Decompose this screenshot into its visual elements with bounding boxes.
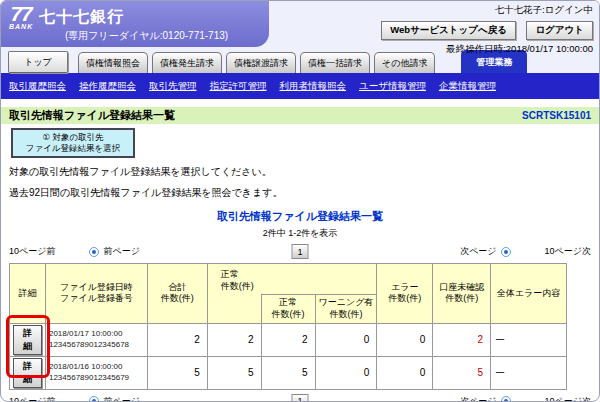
subnav-kigyo-joho-kanri[interactable]: 企業情報管理 [439,80,496,93]
login-status: 七十七花子:ログイン中 [375,4,593,17]
normal-count-row2: 5 [207,356,261,389]
overall-error-row1: ー [491,323,567,356]
subnav-riyosha-joho-shokai[interactable]: 利用者情報照会 [280,80,347,93]
detail-button-row2[interactable]: 詳細 [13,358,42,388]
freephone-number: (専用フリーダイヤル:0120-771-713) [65,29,261,43]
table-row: 詳細 2018/01/16 10:00:00 12345678901234567… [10,356,567,389]
prev-10-pages[interactable]: 10ページ前 [9,395,55,402]
tab-saiken-ikkatsu-seikyu[interactable]: 債権一括請求 [300,52,370,73]
web-service-top-button[interactable]: Webサービストップへ戻る [381,21,516,40]
subnav-sosa-rireki[interactable]: 操作履歴照会 [79,80,136,93]
tab-saiken-hassei-seikyu[interactable]: 債権発生請求 [152,52,222,73]
tab-saiken-joho-shokai[interactable]: 債権情報照会 [78,52,148,73]
page-title: 取引先情報ファイル登録結果一覧 [9,108,175,123]
instruction-period: 過去92日間の取引先情報ファイル登録結果を照会できます。 [9,186,599,200]
col-header-unconfirmed: 口座未確認 件数(件) [433,264,491,324]
next-page-icon[interactable] [501,247,511,257]
bank-name: 七十七銀行 [39,7,124,28]
subnav-torihiki-rireki[interactable]: 取引履歴照会 [9,80,66,93]
file-date-number-row2: 2018/01/16 10:00:00 123456789012345679 [45,356,147,389]
subnav-bar: 取引履歴照会 操作履歴照会 取引先管理 指定許可管理 利用者情報照会 ユーザ情報… [1,73,599,99]
pager-top: 10ページ前 前ページ 1 次ページ 10ページ次 [9,243,591,260]
total-count-row1: 2 [147,323,207,356]
page-title-band: 取引先情報ファイル登録結果一覧 SCRTSK15101 [1,107,599,124]
last-operation-time: 最終操作日時:2018/01/17 10:00:00 [375,43,593,56]
col-header-error: エラー 件数(件) [377,264,433,324]
col-header-normal-group: 正常 件数(件) [207,264,377,295]
results-table: 詳細 ファイル登録日時 ファイル登録番号 合計 件数(件) 正常 件数(件) エ… [9,263,567,390]
normal-ok-count-row2: 5 [261,356,315,389]
spacer [1,99,599,107]
prev-page-icon[interactable] [89,396,99,402]
step-indicator: ① 対象の取引先 ファイル登録結果を選択 [11,128,135,158]
unconfirmed-count-row1: 2 [433,323,491,356]
pager-bottom: 10ページ前 前ページ 1 次ページ 10ページ次 [9,393,591,402]
screen-code: SCRTSK15101 [522,110,591,121]
next-page-icon[interactable] [501,396,511,402]
normal-ok-count-row1: 2 [261,323,315,356]
error-count-row1: 0 [377,323,433,356]
table-row: 詳細 2018/01/17 10:00:00 12345678901234567… [10,323,567,356]
list-section-title: 取引先情報ファイル登録結果一覧 [1,209,599,224]
prev-page[interactable]: 前ページ [103,395,139,402]
next-page[interactable]: 次ページ [460,395,496,402]
bank-logo: 77 BANK 七十七銀行 (専用フリーダイヤル:0120-771-713) [1,1,269,47]
results-table-wrap: 詳細 ファイル登録日時 ファイル登録番号 合計 件数(件) 正常 件数(件) エ… [9,263,571,390]
subnav-user-joho-kanri[interactable]: ユーザ情報管理 [359,80,426,93]
col-header-total: 合計 件数(件) [147,264,207,324]
total-count-row2: 5 [147,356,207,389]
error-count-row2: 0 [377,356,433,389]
subnav-shitei-kyoka-kanri[interactable]: 指定許可管理 [210,80,267,93]
col-header-detail: 詳細 [10,264,46,324]
detail-button-row1[interactable]: 詳細 [13,325,42,355]
col-header-normal-sub: 正常 件数(件) [261,295,315,323]
prev-page[interactable]: 前ページ [103,245,139,258]
result-count: 2件中 1-2件を表示 [1,227,599,240]
top-bar: 77 BANK 七十七銀行 (専用フリーダイヤル:0120-771-713) 七… [1,1,599,47]
app-window: 77 BANK 七十七銀行 (専用フリーダイヤル:0120-771-713) 七… [0,0,600,402]
tab-saiken-joto-seikyu[interactable]: 債権譲渡請求 [226,52,296,73]
warning-count-row2: 0 [315,356,377,389]
unconfirmed-count-row2: 5 [433,356,491,389]
page-number-button[interactable]: 1 [292,244,309,259]
normal-count-row1: 2 [207,323,261,356]
page-number-button[interactable]: 1 [292,394,309,402]
prev-10-pages[interactable]: 10ページ前 [9,245,55,258]
prev-page-icon[interactable] [89,247,99,257]
next-10-pages[interactable]: 10ページ次 [545,245,591,258]
logout-button[interactable]: ログアウト [526,21,593,40]
overall-error-row2: ー [491,356,567,389]
file-date-number-row1: 2018/01/17 10:00:00 123456789012345678 [45,323,147,356]
col-header-file-date: ファイル登録日時 ファイル登録番号 [45,264,147,324]
warning-count-row1: 0 [315,323,377,356]
instruction-select: 対象の取引先情報ファイル登録結果を選択してください。 [9,165,599,179]
subnav-torihikisaki-kanri[interactable]: 取引先管理 [149,80,197,93]
next-page[interactable]: 次ページ [460,245,496,258]
session-area: 七十七花子:ログイン中 Webサービストップへ戻る ログアウト 最終操作日時:2… [375,4,593,56]
col-header-warning-sub: ワーニング有 件数(件) [315,295,377,323]
col-header-normal-spacer [207,295,261,323]
col-header-overall-error: 全体エラー内容 [491,264,567,324]
tab-top[interactable]: トップ [8,51,68,73]
next-10-pages[interactable]: 10ページ次 [545,395,591,402]
bank-77-icon: 77 BANK [9,5,33,30]
